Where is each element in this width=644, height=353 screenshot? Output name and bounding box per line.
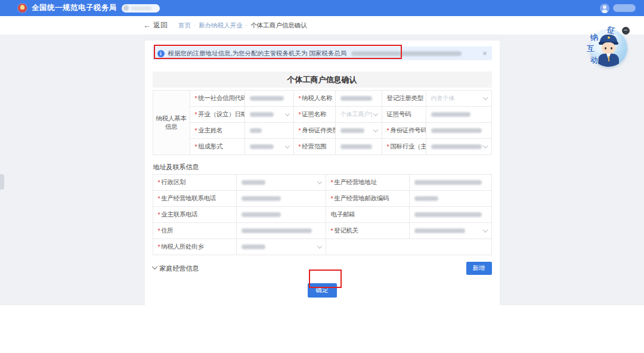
- masked-value: [250, 144, 274, 149]
- breadcrumb-separator: ·: [194, 22, 196, 29]
- app-title: 全国统一规范电子税务局: [32, 3, 117, 13]
- masked-value: [431, 128, 482, 133]
- confirm-button[interactable]: 确定: [308, 283, 337, 298]
- field-value-business-address[interactable]: [410, 175, 492, 191]
- required-mark: *: [299, 95, 301, 102]
- field-value-taxpayer-name[interactable]: [336, 91, 382, 107]
- masked-value: [414, 180, 482, 185]
- masked-value: [431, 144, 482, 149]
- chevron-down-icon: [373, 112, 377, 116]
- masked-value: [340, 96, 372, 101]
- field-label-business-scope: * 经营范围: [294, 139, 336, 155]
- label-text: 纳税人名称: [302, 94, 332, 103]
- form-title-bar: 个体工商户信息确认: [153, 72, 492, 88]
- breadcrumb: 首页 · 新办纳税人开业 · 个体工商户信息确认: [178, 21, 307, 30]
- masked-value: [250, 128, 262, 133]
- family-section-toggle[interactable]: 家庭经营信息: [153, 264, 199, 273]
- masked-region-text: [131, 7, 151, 10]
- chevron-down-icon: [317, 244, 321, 249]
- field-label-owner-name: * 业主姓名: [190, 123, 245, 139]
- confirm-row: 确定: [153, 283, 492, 298]
- add-button[interactable]: 新增: [466, 262, 492, 275]
- field-label-industry-main: * 国标行业（主）: [382, 139, 426, 155]
- tax-authority-alert: i 根据您的注册地址信息,为您分配的主管税务机关为 国家税务总局 ×: [153, 47, 492, 60]
- field-value-admin-division[interactable]: [237, 175, 326, 191]
- label-text: 生产经营地联系电话: [161, 194, 216, 203]
- field-value-composition-form[interactable]: [245, 139, 294, 155]
- address-info-table: * 行政区划 * 生产经营地地址 * 生产经营地联系电话 * 生产经营地邮政编码: [153, 174, 492, 255]
- minimize-icon[interactable]: −: [622, 27, 630, 35]
- empty-cell: [326, 239, 492, 255]
- field-value-business-phone[interactable]: [237, 191, 326, 207]
- back-button[interactable]: ← 返回: [143, 20, 168, 30]
- field-label-license-name: * 证照名称: [294, 107, 336, 123]
- field-value-email[interactable]: [410, 207, 492, 223]
- label-text: 统一社会信用代码: [198, 94, 244, 103]
- back-arrow-icon: ←: [143, 21, 151, 30]
- region-badge[interactable]: [122, 4, 160, 13]
- chevron-down-icon: [284, 144, 289, 148]
- field-label-registration-type: 登记注册类型: [382, 91, 426, 107]
- interaction-assistant-widget[interactable]: − 征 纳 互 动: [584, 25, 633, 73]
- chevron-down-icon: [317, 179, 321, 184]
- info-circle-icon: i: [157, 50, 165, 57]
- form-title: 个体工商户信息确认: [287, 75, 357, 85]
- alert-text: 根据您的注册地址信息,为您分配的主管税务机关为 国家税务总局: [168, 49, 347, 58]
- field-label-business-phone: * 生产经营地联系电话: [153, 191, 237, 207]
- close-icon[interactable]: ×: [482, 50, 487, 57]
- breadcrumb-home[interactable]: 首页: [178, 21, 191, 30]
- label-text: 经营范围: [302, 143, 326, 151]
- national-emblem-icon: [18, 4, 27, 13]
- field-label-id-type: * 身份证件类型: [294, 123, 336, 139]
- breadcrumb-new-taxpayer[interactable]: 新办纳税人开业: [199, 21, 243, 30]
- chevron-down-icon: [373, 128, 377, 132]
- field-value-license-number[interactable]: [426, 107, 492, 123]
- required-mark: *: [299, 143, 301, 150]
- label-text: 身份证件类型: [302, 126, 335, 135]
- label-text: 登记注册类型: [387, 94, 423, 103]
- field-value-industry-main[interactable]: [426, 139, 492, 155]
- required-mark: *: [387, 143, 389, 150]
- masked-value: [242, 244, 265, 249]
- masked-value: [414, 196, 438, 201]
- field-label-taxpayer-name: * 纳税人名称: [294, 91, 336, 107]
- user-avatar-icon[interactable]: [600, 4, 609, 13]
- required-mark: *: [158, 195, 160, 202]
- field-label-admin-division: * 行政区划: [153, 175, 237, 191]
- masked-value: [340, 144, 372, 149]
- field-value-id-number[interactable]: [426, 123, 492, 139]
- field-value-business-scope[interactable]: [336, 139, 382, 155]
- masked-value: [242, 180, 265, 185]
- field-value-residence[interactable]: [237, 223, 326, 239]
- field-value-id-type[interactable]: [336, 123, 382, 139]
- field-value-credit-code[interactable]: [245, 91, 294, 107]
- label-text: 住所: [161, 227, 173, 235]
- breadcrumb-bar: ← 返回 首页 · 新办纳税人开业 · 个体工商户信息确认: [0, 16, 644, 35]
- required-mark: *: [387, 127, 389, 134]
- field-value-registration-authority[interactable]: [410, 223, 492, 239]
- field-label-credit-code: * 统一社会信用代码: [190, 91, 245, 107]
- field-value-license-name[interactable]: 个体工商户营业执照: [336, 107, 382, 123]
- field-label-license-number: 证照号码: [382, 107, 426, 123]
- label-text: 业主姓名: [198, 126, 222, 135]
- masked-value: [340, 128, 364, 133]
- field-value-owner-phone[interactable]: [237, 207, 326, 223]
- field-value-township[interactable]: [237, 239, 326, 255]
- form-card: i 根据您的注册地址信息,为您分配的主管税务机关为 国家税务总局 × 个体工商户…: [145, 41, 500, 313]
- label-text: 开业（设立）日期: [198, 110, 244, 119]
- field-label-business-address: * 生产经营地地址: [326, 175, 410, 191]
- field-label-email: 电子邮箱: [326, 207, 410, 223]
- required-mark: *: [158, 211, 160, 218]
- field-label-composition-form: * 组成形式: [190, 139, 245, 155]
- field-value-opening-date[interactable]: [245, 107, 294, 123]
- side-panel-handle[interactable]: [0, 174, 4, 190]
- family-section-label: 家庭经营信息: [160, 264, 199, 273]
- label-text: 身份证件号码: [390, 126, 426, 135]
- field-value-registration-type[interactable]: 内资个体: [426, 91, 492, 107]
- basic-info-table: 纳税人基本信息 * 统一社会信用代码 * 纳税人名称 登记注册类型 内资个体 *: [153, 90, 492, 155]
- masked-user-name[interactable]: [613, 4, 636, 12]
- field-value-owner-name[interactable]: [245, 123, 294, 139]
- masked-value: [242, 196, 281, 201]
- field-value-business-postcode[interactable]: [410, 191, 492, 207]
- chevron-down-icon: [482, 228, 487, 233]
